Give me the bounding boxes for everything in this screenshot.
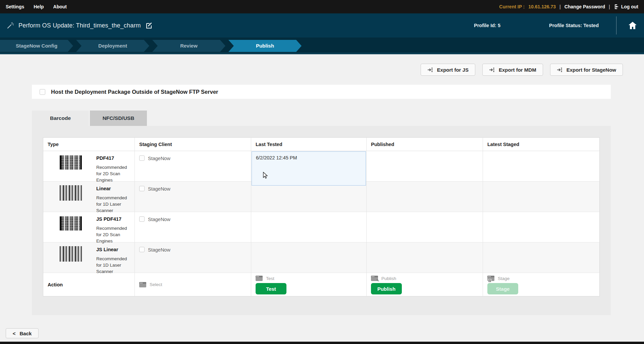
col-staging-client: Staging Client bbox=[135, 138, 251, 151]
divider bbox=[616, 16, 616, 35]
linear-barcode-image bbox=[60, 185, 82, 201]
stagenow-label: StageNow bbox=[148, 186, 170, 192]
profile-id: Profile Id: 5 bbox=[474, 23, 500, 28]
js-pdf417-barcode-image bbox=[60, 216, 82, 230]
publish-device-icon: ✎ bbox=[371, 276, 378, 281]
table-row-linear: Linear Recommended for 1D Laser Scanner … bbox=[43, 182, 599, 212]
last-tested-cell bbox=[251, 182, 366, 216]
row-type-name: JS PDF417 bbox=[96, 216, 132, 222]
latest-staged-cell bbox=[483, 212, 599, 247]
published-cell bbox=[366, 151, 483, 186]
published-cell bbox=[366, 243, 483, 277]
stagenow-label: StageNow bbox=[148, 156, 170, 161]
table-row-js-linear: JS Linear Recommended for 1D Laser Scann… bbox=[43, 243, 599, 273]
tab-nfc-sd-usb[interactable]: NFC/SD/USB bbox=[90, 111, 147, 126]
last-tested-highlighted-cell[interactable]: 6/2/2022 12:45 PM bbox=[252, 151, 366, 186]
export-button-row: Export for JS Export for MDM Export for … bbox=[421, 64, 623, 76]
host-package-checkbox[interactable] bbox=[40, 89, 45, 95]
profile-header: Perform OS Update: Third_times_the_charm… bbox=[0, 13, 644, 38]
col-type: Type bbox=[43, 138, 135, 151]
export-for-stagenow-button[interactable]: Export for StageNow bbox=[550, 64, 623, 76]
latest-staged-cell bbox=[483, 182, 599, 216]
export-icon bbox=[557, 67, 563, 72]
last-tested-cell: 6/2/2022 12:45 PM bbox=[251, 151, 366, 186]
host-package-label: Host the Deployment Package Outside of S… bbox=[51, 89, 218, 95]
latest-staged-cell bbox=[483, 243, 599, 277]
bottom-edge-strip bbox=[0, 342, 644, 344]
export-for-js-button[interactable]: Export for JS bbox=[421, 64, 475, 76]
row-type-desc: Recommended for 2D Scan Engines bbox=[96, 164, 132, 183]
publish-panel: Barcode NFC/SD/USB Type Staging Client L… bbox=[32, 111, 611, 315]
edit-profile-icon[interactable] bbox=[145, 21, 153, 29]
step-deployment[interactable]: Deployment bbox=[76, 40, 149, 52]
stage-button[interactable]: Stage bbox=[487, 283, 518, 294]
test-button[interactable]: Test bbox=[256, 283, 286, 294]
row-type-desc: Recommended for 1D Laser Scanner bbox=[96, 256, 132, 275]
change-password-link[interactable]: Change Password bbox=[565, 4, 605, 9]
latest-staged-cell bbox=[483, 151, 599, 186]
pdf417-barcode-image bbox=[60, 155, 82, 169]
menu-about[interactable]: About bbox=[53, 4, 67, 9]
step-publish[interactable]: Publish bbox=[228, 40, 302, 52]
stage-device-icon: ✓ bbox=[487, 276, 494, 281]
action-label: Action bbox=[43, 273, 135, 296]
media-tabs: Barcode NFC/SD/USB bbox=[32, 111, 611, 126]
table-action-row: Action Select Test Test ✎ bbox=[43, 273, 599, 296]
barcode-table: Type Staging Client Last Tested Publishe… bbox=[43, 137, 600, 296]
wizard-steps-bar: StageNow Config Deployment Review Publis… bbox=[0, 38, 644, 54]
test-label: Test bbox=[266, 276, 274, 281]
logout-link[interactable]: Log out bbox=[614, 4, 638, 9]
select-label: Select bbox=[150, 282, 162, 287]
js-linear-barcode-image bbox=[60, 246, 82, 262]
table-row-pdf417: PDF417 Recommended for 2D Scan Engines S… bbox=[43, 151, 599, 182]
stagenow-checkbox[interactable] bbox=[139, 216, 145, 222]
export-icon bbox=[427, 67, 434, 72]
step-review[interactable]: Review bbox=[152, 40, 225, 52]
home-icon[interactable] bbox=[628, 21, 637, 30]
export-for-mdm-button[interactable]: Export for MDM bbox=[482, 64, 543, 76]
published-cell bbox=[366, 182, 483, 216]
row-type-desc: Recommended for 1D Laser Scanner bbox=[96, 195, 132, 214]
divider: | bbox=[559, 4, 561, 9]
step-stagenow-config[interactable]: StageNow Config bbox=[0, 40, 73, 52]
col-latest-staged: Latest Staged bbox=[483, 138, 599, 151]
menu-help[interactable]: Help bbox=[34, 4, 44, 9]
stagenow-checkbox[interactable] bbox=[139, 155, 145, 161]
last-tested-cell bbox=[251, 243, 366, 277]
logout-icon bbox=[614, 4, 619, 9]
table-header-row: Type Staging Client Last Tested Publishe… bbox=[43, 138, 599, 151]
top-menu-bar: Settings Help About Current IP : 10.61.1… bbox=[0, 0, 644, 13]
current-ip-label: Current IP : bbox=[499, 4, 525, 9]
table-row-js-pdf417: JS PDF417 Recommended for 2D Scan Engine… bbox=[43, 212, 599, 243]
export-icon bbox=[489, 67, 495, 72]
test-device-icon bbox=[256, 276, 263, 281]
stagenow-checkbox[interactable] bbox=[139, 186, 145, 191]
menu-settings[interactable]: Settings bbox=[6, 4, 24, 9]
stagenow-label: StageNow bbox=[148, 247, 170, 253]
row-type-name: JS Linear bbox=[96, 247, 132, 252]
wizard-wand-icon bbox=[7, 22, 14, 29]
col-last-tested: Last Tested bbox=[251, 138, 366, 151]
last-tested-value: 6/2/2022 12:45 PM bbox=[256, 155, 297, 160]
publish-button[interactable]: Publish bbox=[371, 283, 402, 294]
stagenow-label: StageNow bbox=[148, 217, 170, 222]
mouse-cursor bbox=[263, 172, 268, 179]
stagenow-checkbox[interactable] bbox=[139, 247, 145, 252]
back-chevron-icon: < bbox=[13, 331, 16, 336]
profile-status: Profile Status: Tested bbox=[549, 23, 599, 28]
page-title: Perform OS Update: Third_times_the_charm bbox=[18, 22, 141, 29]
row-type-name: Linear bbox=[96, 186, 132, 191]
col-published: Published bbox=[366, 138, 483, 151]
tab-barcode[interactable]: Barcode bbox=[32, 111, 89, 126]
select-device-icon bbox=[139, 282, 146, 287]
row-type-desc: Recommended for 2D Scan Engines bbox=[96, 225, 132, 244]
stagenow-publish-page: Settings Help About Current IP : 10.61.1… bbox=[0, 0, 644, 344]
last-tested-cell bbox=[251, 212, 366, 247]
back-button[interactable]: < Back bbox=[6, 328, 39, 338]
publish-label: Publish bbox=[381, 276, 396, 281]
divider: | bbox=[609, 4, 610, 9]
barcode-panel-body: Type Staging Client Last Tested Publishe… bbox=[32, 126, 611, 315]
stage-label: Stage bbox=[498, 276, 509, 281]
current-ip-value: 10.61.126.73 bbox=[528, 4, 556, 9]
row-type-name: PDF417 bbox=[96, 155, 132, 161]
